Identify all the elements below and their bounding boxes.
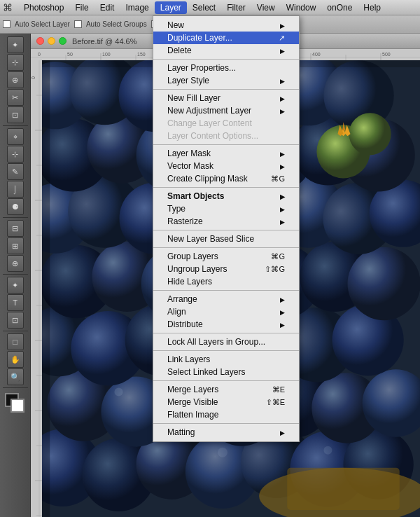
- menu-item-layer-style-label: Layer Style: [167, 76, 209, 85]
- crop-tool[interactable]: ✂: [7, 89, 24, 106]
- eraser-tool[interactable]: ⚈: [7, 198, 24, 215]
- dodge-tool[interactable]: ⊕: [7, 255, 24, 272]
- lasso-tool[interactable]: ⊕: [7, 71, 24, 88]
- history-tool[interactable]: ⌡: [7, 181, 24, 198]
- menu-item-arrange[interactable]: Arrange: [153, 293, 299, 305]
- menu-item-merge-layers-label: Merge Layers: [167, 385, 218, 394]
- svg-point-64: [348, 247, 420, 320]
- menu-help[interactable]: Help: [358, 1, 386, 14]
- separator-6: [153, 247, 299, 248]
- menu-select[interactable]: Select: [187, 1, 221, 14]
- separator-2: [153, 89, 299, 90]
- submenu-arrow-vector-icon: [280, 161, 285, 171]
- auto-select-groups-checkbox[interactable]: [74, 20, 82, 28]
- svg-text:0: 0: [38, 52, 41, 57]
- menu-onone[interactable]: onOne: [321, 1, 358, 14]
- menu-item-merge-visible[interactable]: Merge Visible ⇧⌘E: [153, 396, 299, 408]
- menu-item-select-linked-layers[interactable]: Select Linked Layers: [153, 366, 299, 378]
- tool-separator-5: [3, 387, 28, 388]
- text-tool[interactable]: T: [7, 294, 24, 311]
- svg-point-89: [323, 446, 332, 455]
- svg-point-88: [218, 448, 227, 457]
- menu-item-link-layers[interactable]: Link Layers: [153, 353, 299, 366]
- menu-item-layer-properties[interactable]: Layer Properties...: [153, 62, 299, 74]
- blur-tool[interactable]: ⊞: [7, 237, 24, 254]
- menu-item-flatten-image[interactable]: Flatten Image: [153, 408, 299, 421]
- menu-item-smart-objects-label: Smart Objects: [167, 191, 224, 201]
- menu-item-hide-layers-label: Hide Layers: [167, 277, 212, 287]
- shape-tool[interactable]: □: [7, 333, 24, 350]
- menu-item-rasterize[interactable]: Rasterize: [153, 215, 299, 228]
- menu-item-type[interactable]: Type: [153, 202, 299, 215]
- menu-item-duplicate-layer[interactable]: Duplicate Layer... ↗: [153, 32, 299, 44]
- menu-item-align[interactable]: Align: [153, 305, 299, 318]
- zoom-tool[interactable]: 🔍: [7, 368, 24, 385]
- menu-item-merge-layers[interactable]: Merge Layers ⌘E: [153, 383, 299, 396]
- minimize-button[interactable]: [48, 37, 55, 45]
- svg-text:400: 400: [312, 52, 321, 57]
- gradient-tool[interactable]: ⊟: [7, 220, 24, 237]
- menu-window[interactable]: Window: [281, 1, 322, 14]
- menu-layer[interactable]: Layer: [155, 1, 187, 14]
- menu-item-vector-mask[interactable]: Vector Mask: [153, 160, 299, 172]
- path-tool[interactable]: ⊡: [7, 312, 24, 329]
- submenu-arrow-smart-icon: [280, 191, 285, 201]
- stamp-tool[interactable]: ✎: [7, 163, 24, 180]
- menu-item-layer-style[interactable]: Layer Style: [153, 74, 299, 87]
- hand-tool[interactable]: ✋: [7, 351, 24, 368]
- merge-layers-shortcut: ⌘E: [272, 385, 285, 394]
- submenu-arrow-rasterize-icon: [280, 216, 285, 226]
- menu-item-ungroup-layers-label: Ungroup Layers: [167, 264, 227, 274]
- menu-image[interactable]: Image: [120, 1, 154, 14]
- svg-rect-20: [31, 60, 42, 517]
- menu-item-slice-label: New Layer Based Slice: [167, 234, 254, 244]
- menu-file[interactable]: File: [69, 1, 94, 14]
- apple-logo-icon[interactable]: ⌘: [3, 2, 13, 13]
- separator-4: [153, 187, 299, 188]
- menu-item-ungroup-layers[interactable]: Ungroup Layers ⇧⌘G: [153, 263, 299, 275]
- menu-item-new-fill-layer[interactable]: New Fill Layer: [153, 92, 299, 104]
- color-picker[interactable]: [5, 393, 26, 414]
- auto-select-layer-checkbox[interactable]: [3, 20, 10, 28]
- maximize-button[interactable]: [59, 37, 66, 45]
- menu-item-matting[interactable]: Matting: [153, 426, 299, 439]
- brush-tool[interactable]: ⊹: [7, 146, 24, 163]
- menu-filter[interactable]: Filter: [221, 1, 251, 14]
- menu-item-layer-mask[interactable]: Layer Mask: [153, 147, 299, 160]
- menu-item-smart-objects[interactable]: Smart Objects: [153, 190, 299, 202]
- svg-point-93: [349, 113, 391, 155]
- menu-item-layer-properties-label: Layer Properties...: [167, 63, 236, 73]
- menu-item-merge-visible-label: Merge Visible: [167, 397, 218, 407]
- background-color[interactable]: [10, 399, 24, 413]
- menu-bar: ⌘ Photoshop File Edit Image Layer Select…: [0, 0, 420, 15]
- menu-item-new-adjustment-layer[interactable]: New Adjustment Layer: [153, 104, 299, 117]
- close-button[interactable]: [36, 37, 44, 45]
- menu-item-new[interactable]: New: [153, 19, 299, 32]
- submenu-arrow-align-icon: [280, 307, 285, 317]
- menu-item-matting-label: Matting: [167, 427, 195, 437]
- menu-edit[interactable]: Edit: [94, 1, 120, 14]
- menu-item-new-adjustment-label: New Adjustment Layer: [167, 106, 251, 116]
- submenu-arrow-adjustment-icon: [280, 106, 285, 116]
- healing-tool[interactable]: ⌖: [7, 128, 24, 145]
- marquee-tool[interactable]: ⊹: [7, 54, 24, 71]
- menu-view[interactable]: View: [251, 1, 281, 14]
- menu-item-delete[interactable]: Delete: [153, 44, 299, 57]
- menu-item-create-clipping-mask[interactable]: Create Clipping Mask ⌘G: [153, 172, 299, 185]
- submenu-arrow-arrange-icon: [280, 294, 285, 304]
- submenu-arrow-matting-icon: [280, 427, 285, 437]
- eyedropper-tool[interactable]: ⊡: [7, 106, 24, 123]
- menu-item-hide-layers[interactable]: Hide Layers: [153, 275, 299, 288]
- move-tool[interactable]: ✦: [7, 36, 24, 53]
- menu-item-distribute[interactable]: Distribute: [153, 318, 299, 331]
- menu-item-new-layer-based-slice[interactable]: New Layer Based Slice: [153, 233, 299, 245]
- svg-rect-91: [287, 468, 399, 510]
- menu-photoshop[interactable]: Photoshop: [18, 1, 69, 14]
- menu-item-lock-all-layers[interactable]: Lock All Layers in Group...: [153, 336, 299, 348]
- menu-item-group-layers[interactable]: Group Layers ⌘G: [153, 250, 299, 263]
- separator-9: [153, 350, 299, 351]
- submenu-arrow-mask-icon: [280, 149, 285, 158]
- pen-tool[interactable]: ✦: [7, 277, 24, 294]
- menu-item-delete-label: Delete: [167, 46, 192, 55]
- tools-panel: ✦ ⊹ ⊕ ✂ ⊡ ⌖ ⊹ ✎ ⌡ ⚈ ⊟ ⊞ ⊕ ✦ T ⊡ □ ✋ 🔍: [0, 34, 31, 517]
